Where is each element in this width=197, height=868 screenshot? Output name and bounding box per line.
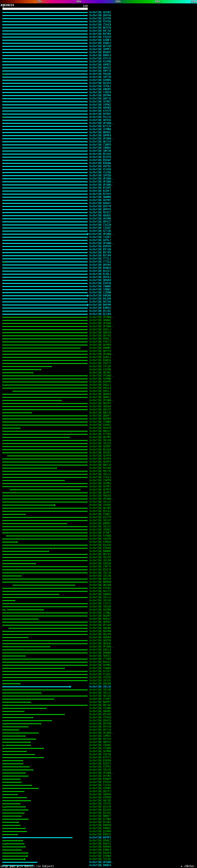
hit-label[interactable]: UniRef100_B5SF19 — [89, 569, 111, 571]
hit-label[interactable]: UniRef100_C8VNZ2 — [89, 529, 111, 531]
hit-label[interactable]: UniRef100_Q6BT09 — [89, 640, 111, 642]
alignment-row[interactable]: UniRef100_A3GFN6 — [0, 368, 197, 371]
hit-label[interactable]: UniRef100_B0VZP3 — [89, 402, 111, 405]
alignment-row[interactable]: UniRef100_B4N306 — [0, 294, 197, 298]
alignment-bar[interactable] — [2, 603, 88, 604]
alignment-bar[interactable] — [2, 89, 88, 90]
hit-label[interactable]: UniRef100_C3ZEN8 — [89, 291, 111, 294]
alignment-bar[interactable] — [2, 720, 52, 721]
hit-label[interactable]: UniRef100_Q9UUJ9 — [89, 720, 111, 722]
hit-label[interactable]: UniRef100_A0DUE8 — [89, 637, 111, 639]
hit-label[interactable]: UniRef100_A7E5R3 — [89, 587, 111, 590]
hit-label[interactable]: UniRef100_C4V7V5 — [89, 803, 111, 805]
alignment-bar[interactable] — [9, 628, 88, 629]
alignment-bar[interactable] — [2, 643, 88, 644]
hit-label[interactable]: UniRef100_B6AG52 — [89, 661, 111, 663]
hit-label[interactable]: UniRef100_P05736 — [89, 470, 111, 473]
alignment-row[interactable]: UniRef100_B0W6T7 — [0, 815, 197, 818]
alignment-row[interactable]: UniRef100_P05736 — [0, 470, 197, 473]
alignment-bar[interactable] — [2, 218, 88, 219]
alignment-bar[interactable] — [2, 178, 88, 179]
hit-label[interactable]: UniRef100_B3IHC7 — [89, 190, 111, 192]
hit-label[interactable]: UniRef100_C8CLR2 — [89, 526, 111, 528]
hit-label[interactable]: UniRef100_C8CLR9 — [89, 689, 111, 691]
alignment-row[interactable]: UniRef100_Q7Q9W3 — [0, 855, 197, 858]
hit-label[interactable]: UniRef100_Q4PSL7 — [89, 239, 111, 242]
alignment-bar[interactable] — [2, 760, 23, 761]
alignment-row[interactable]: UniRef100_B0Y3E2 — [0, 553, 197, 556]
alignment-bar[interactable] — [2, 622, 88, 623]
alignment-bar[interactable] — [2, 30, 88, 31]
alignment-row[interactable]: UniRef100_C8CLR9 — [0, 688, 197, 691]
alignment-row[interactable]: UniRef100_Q6EH15 — [0, 66, 197, 70]
alignment-bar[interactable] — [2, 246, 88, 247]
alignment-bar[interactable] — [2, 212, 88, 213]
alignment-row[interactable]: UniRef100_Q00RL2 — [0, 396, 197, 399]
alignment-row[interactable]: UniRef100_B6QG47 — [0, 618, 197, 621]
hit-label[interactable]: UniRef100_B2WK16 — [89, 359, 111, 362]
alignment-row[interactable]: UniRef100_Q8I2F3 — [0, 790, 197, 793]
alignment-row[interactable]: UniRef100_Q4D1L8 — [0, 648, 197, 652]
alignment-row[interactable]: UniRef100_UP1000.. — [0, 122, 197, 125]
alignment-row[interactable]: UniRef100_Q9FEZ7 — [0, 220, 197, 223]
alignment-bar[interactable] — [2, 714, 65, 715]
alignment-bar[interactable] — [5, 723, 41, 724]
alignment-row[interactable]: UniRef100_Q9XFV6 — [0, 14, 197, 17]
alignment-bar[interactable] — [2, 403, 88, 404]
hit-label[interactable]: UniRef100_A2T336 — [89, 230, 111, 232]
alignment-row[interactable]: UniRef100_A4YWQ0 — [0, 534, 197, 537]
alignment-row[interactable]: UniRef100_C5ZGL4 — [0, 476, 197, 479]
hit-label[interactable]: UniRef100_A5W813 — [89, 42, 111, 45]
alignment-bar[interactable] — [2, 375, 88, 376]
alignment-bar[interactable] — [5, 806, 26, 807]
alignment-bar[interactable] — [2, 766, 30, 767]
alignment-row[interactable]: UniRef100_B2WK16 — [0, 359, 197, 362]
alignment-bar[interactable] — [2, 335, 88, 336]
hit-label[interactable]: UniRef100_B5DGW6 — [89, 162, 111, 165]
alignment-row[interactable]: UniRef100_A6ZP88 — [0, 609, 197, 612]
alignment-bar[interactable] — [2, 659, 88, 659]
hit-label[interactable]: UniRef100_UP1000.. — [89, 137, 114, 140]
hit-label[interactable]: UniRef100_B5X3X4 — [89, 153, 111, 155]
alignment-bar[interactable] — [2, 200, 88, 201]
alignment-row[interactable]: UniRef100_B5F3P9 — [0, 251, 197, 254]
alignment-bar[interactable] — [2, 372, 33, 373]
hit-label[interactable]: UniRef100_Q4Q4L5 — [89, 356, 111, 359]
alignment-row[interactable]: UniRef100_UP1000.. — [0, 325, 197, 328]
hit-label[interactable]: UniRef100_B4N306 — [89, 295, 111, 297]
alignment-bar[interactable] — [2, 797, 27, 798]
alignment-bar[interactable] — [2, 425, 88, 426]
alignment-bar[interactable] — [2, 412, 32, 413]
alignment-row[interactable]: UniRef100_A4R2R5 — [0, 537, 197, 541]
alignment-bar[interactable] — [2, 400, 62, 401]
alignment-row[interactable]: UniRef100_A8PGR7 — [0, 621, 197, 624]
alignment-bar[interactable] — [2, 465, 88, 466]
alignment-bar[interactable] — [2, 265, 88, 266]
hit-label[interactable]: UniRef100_Q56TY8 — [89, 206, 111, 208]
hit-label[interactable]: UniRef100_Q00VF7 — [89, 415, 111, 417]
alignment-bar[interactable] — [2, 12, 88, 13]
hit-label[interactable]: UniRef100_B3RWZ9 — [89, 778, 111, 780]
alignment-bar[interactable] — [2, 514, 26, 515]
alignment-row[interactable]: UniRef100_Q6U1P9 — [0, 633, 197, 636]
alignment-bar[interactable] — [2, 625, 88, 626]
alignment-bar[interactable] — [2, 545, 88, 546]
alignment-bar[interactable] — [2, 317, 88, 318]
alignment-bar[interactable] — [2, 292, 88, 293]
hit-label[interactable]: UniRef100_C8CLR3 — [89, 442, 111, 445]
alignment-row[interactable]: UniRef100_C8CLR5 — [0, 556, 197, 559]
alignment-bar[interactable] — [2, 206, 88, 207]
alignment-bar[interactable] — [2, 360, 88, 361]
alignment-bar[interactable] — [2, 24, 88, 25]
alignment-row[interactable]: UniRef100_B3NRL9 — [0, 848, 197, 852]
hit-label[interactable]: UniRef100_B6T1Q9 — [89, 45, 111, 48]
hit-label[interactable]: UniRef100_B4DVG7 — [89, 202, 111, 205]
hit-label[interactable]: UniRef100_A7Q2Z9 — [89, 36, 111, 38]
alignment-row[interactable]: UniRef100_C1EE87 — [0, 227, 197, 230]
alignment-row[interactable]: UniRef100_B5SF19 — [0, 568, 197, 571]
hit-label[interactable]: UniRef100_C7T2L2 — [89, 258, 111, 260]
alignment-row[interactable]: UniRef100_Q59JG3 — [0, 510, 197, 513]
alignment-row[interactable]: UniRef100_UP1000.. — [0, 772, 197, 775]
alignment-bar[interactable] — [2, 803, 20, 804]
hit-label[interactable]: UniRef100_C8CLR1 — [89, 680, 111, 682]
